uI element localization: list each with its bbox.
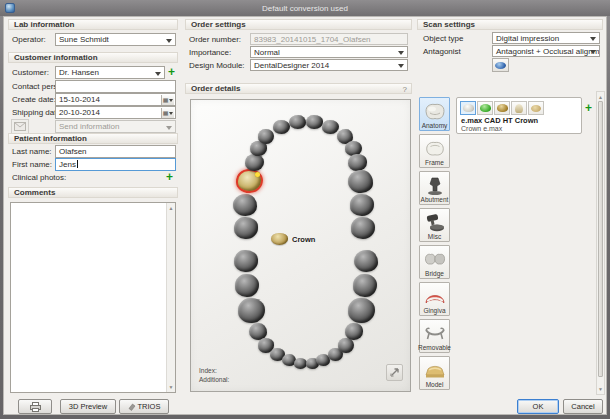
material-tiles [460, 101, 544, 115]
tooth[interactable] [351, 217, 375, 239]
window-title: Default conversion used [262, 4, 348, 13]
shipping-date-input[interactable]: 20-10-2014 ▦ [55, 106, 176, 119]
additional-label: Additional: [199, 375, 229, 384]
category-bridge[interactable]: Bridge [419, 245, 450, 279]
tooth[interactable] [289, 115, 306, 129]
comments-textarea[interactable]: ▲ ▼ [10, 202, 176, 393]
send-info-button[interactable] [11, 119, 29, 134]
scrollbar-thumb[interactable] [598, 101, 603, 377]
tooth[interactable] [238, 298, 265, 323]
order-settings-header: Order settings [185, 19, 412, 30]
text-caret [77, 160, 78, 168]
add-photo-button[interactable]: + [166, 171, 173, 183]
calendar-dropdown-button[interactable]: ▦ [161, 108, 174, 118]
scroll-down-icon[interactable]: ▼ [167, 383, 175, 391]
rotate-view-button[interactable] [386, 364, 403, 381]
chevron-down-icon [398, 51, 404, 55]
calendar-icon: ▦ [163, 97, 169, 103]
tooth[interactable] [273, 120, 290, 134]
order-details-header: Order details? [185, 83, 412, 94]
item-title: e.max CAD HT Crown [461, 116, 538, 125]
antagonist-scan-button[interactable] [492, 58, 509, 72]
tooth[interactable] [354, 250, 378, 272]
category-misc[interactable]: Misc [419, 208, 450, 242]
send-information-select[interactable]: Send information [55, 120, 176, 133]
white-crown-icon [463, 104, 474, 112]
tooth[interactable] [353, 274, 377, 297]
tooth[interactable] [345, 323, 363, 340]
last-name-input[interactable]: Olafsen [55, 145, 176, 158]
category-frame[interactable]: Frame [419, 134, 450, 168]
model-icon [424, 360, 446, 381]
frame-icon [424, 138, 446, 159]
clinical-photos-label: Clinical photos: [12, 173, 66, 182]
create-date-input[interactable]: 15-10-2014 ▦ [55, 93, 176, 106]
tooth[interactable] [234, 250, 258, 272]
comments-header: Comments [8, 187, 178, 198]
comments-scrollbar[interactable]: ▲ ▼ [166, 203, 175, 392]
tooth[interactable] [348, 298, 375, 323]
crown-legend: Crown [271, 233, 315, 245]
customer-select[interactable]: Dr. Hansen [55, 66, 165, 79]
sidebar-scrollbar[interactable]: ▲ ▼ [596, 91, 605, 395]
chevron-down-icon [169, 112, 173, 115]
tooth[interactable] [338, 338, 354, 353]
tooth[interactable] [350, 194, 374, 216]
tooth[interactable] [234, 217, 258, 239]
category-anatomy[interactable]: Anatomy [419, 97, 450, 131]
bridge-icon [424, 249, 446, 270]
first-name-input[interactable]: Jens [55, 158, 176, 171]
material-tile-gold-crown[interactable] [494, 101, 510, 115]
material-tile-green-crown[interactable] [477, 101, 493, 115]
tooth[interactable] [322, 120, 339, 134]
first-name-label: First name: [12, 160, 52, 169]
chevron-down-icon [590, 50, 596, 54]
misc-icon [424, 212, 446, 233]
calendar-dropdown-button[interactable]: ▦ [161, 95, 174, 105]
tooth[interactable] [258, 129, 274, 144]
category-removable[interactable]: Removable [419, 319, 450, 353]
design-module-label: Design Module: [189, 61, 245, 70]
design-module-select[interactable]: DentalDesigner 2014 [250, 59, 408, 71]
scan-settings-header: Scan settings [417, 19, 603, 30]
contact-person-input[interactable] [55, 80, 176, 93]
scroll-up-icon[interactable]: ▲ [597, 93, 604, 101]
add-item-button[interactable]: + [585, 102, 592, 114]
item-subtitle: Crown e.max [461, 125, 502, 132]
tooth[interactable] [348, 170, 373, 193]
print-button[interactable] [18, 399, 52, 414]
ok-button[interactable]: OK [517, 399, 559, 414]
scroll-up-icon[interactable]: ▲ [167, 204, 175, 212]
antagonist-select[interactable]: Antagonist + Occlusal alignment [492, 45, 600, 57]
item-panel[interactable]: e.max CAD HT Crown Crown e.max [456, 97, 582, 134]
tooth[interactable] [235, 274, 259, 297]
tooth[interactable] [306, 115, 323, 129]
operator-select[interactable]: Sune Schmidt [55, 33, 176, 46]
cancel-button[interactable]: Cancel [563, 399, 603, 414]
category-model[interactable]: Model [419, 356, 450, 390]
help-link[interactable]: ? [403, 85, 407, 94]
category-abutment[interactable]: Abutment [419, 171, 450, 205]
tooth[interactable] [348, 154, 367, 171]
material-tile-coping[interactable] [511, 101, 527, 115]
rotate-view-icon [388, 366, 401, 379]
abutment-icon [424, 175, 446, 196]
preview-3d-button[interactable]: 3D Preview [60, 399, 116, 414]
object-type-select[interactable]: Digital impression [492, 32, 600, 44]
tooth[interactable] [245, 154, 264, 171]
trios-button[interactable]: TRIOS [119, 399, 169, 414]
add-customer-button[interactable]: + [168, 66, 175, 78]
chevron-down-icon [398, 64, 404, 68]
patient-info-header: Patient information [8, 133, 178, 144]
tooth-chart[interactable]: Crown Index: Additional: [190, 99, 411, 392]
calendar-icon: ▦ [163, 110, 169, 116]
dialog-window: Default conversion used Lab information … [0, 0, 610, 419]
scroll-down-icon[interactable]: ▼ [597, 385, 604, 393]
tooth-selected[interactable] [236, 169, 263, 193]
importance-select[interactable]: Normal [250, 46, 408, 58]
material-tile-white-crown[interactable] [460, 101, 476, 115]
tooth[interactable] [233, 194, 257, 216]
title-bar[interactable]: Default conversion used [0, 0, 610, 16]
category-gingiva[interactable]: Gingiva [419, 282, 450, 316]
material-tile-inlay[interactable] [528, 101, 544, 115]
